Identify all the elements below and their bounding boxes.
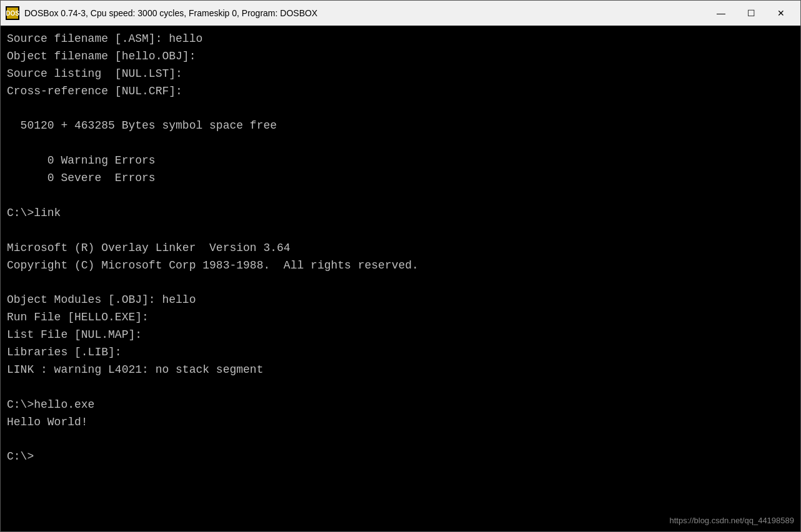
watermark: https://blog.csdn.net/qq_44198589 xyxy=(670,516,795,525)
dosbox-window: DOS DOSBox 0.74-3, Cpu speed: 3000 cycle… xyxy=(0,0,801,532)
console-output: Source filename [.ASM]: hello Object fil… xyxy=(7,31,794,466)
minimize-button[interactable]: — xyxy=(707,4,735,22)
title-bar: DOS DOSBox 0.74-3, Cpu speed: 3000 cycle… xyxy=(1,1,800,26)
close-button[interactable]: ✕ xyxy=(767,4,795,22)
title-bar-text: DOSBox 0.74-3, Cpu speed: 3000 cycles, F… xyxy=(24,8,702,18)
console-area: Source filename [.ASM]: hello Object fil… xyxy=(1,26,800,531)
dosbox-icon: DOS xyxy=(6,6,19,20)
restore-button[interactable]: ☐ xyxy=(737,4,765,22)
icon-text: DOS xyxy=(6,10,19,17)
window-controls: — ☐ ✕ xyxy=(707,4,795,22)
